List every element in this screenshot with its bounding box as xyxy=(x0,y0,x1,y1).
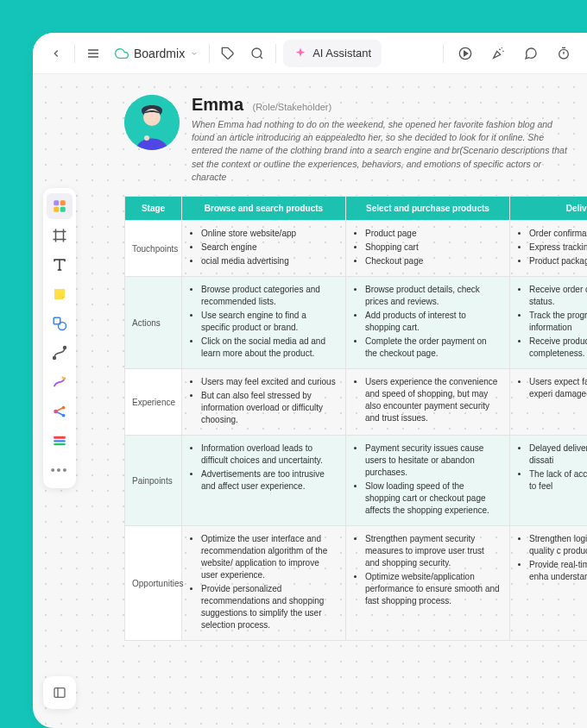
list-item: Shopping cart xyxy=(365,242,501,254)
list-item: Receive product anc completeness. xyxy=(529,336,587,360)
table-row: ActionsBrowse product categories and rec… xyxy=(125,277,588,369)
list-item: Users may feel excited and curious xyxy=(201,376,337,388)
tool-text[interactable] xyxy=(47,252,73,278)
tool-shapes[interactable] xyxy=(47,311,73,336)
tool-pen[interactable] xyxy=(47,369,73,395)
search-button[interactable] xyxy=(243,39,272,68)
svg-rect-33 xyxy=(54,436,66,439)
list-item: Track the progress c tracking informatio… xyxy=(529,310,587,334)
celebrate-button[interactable] xyxy=(483,39,513,68)
list-item: Receive order confir check order status. xyxy=(529,284,587,308)
ai-assistant-button[interactable]: AI Assistant xyxy=(283,40,382,67)
table-cell[interactable]: Strengthen logistics packaging quality c… xyxy=(510,526,588,641)
table-row: PainpointsInformation overload leads to … xyxy=(125,436,588,526)
menu-button[interactable] xyxy=(79,39,108,68)
list-item: Users expect fast an but may also experi… xyxy=(529,376,587,400)
header-browse: Browse and search products xyxy=(182,197,346,221)
document-title-dropdown[interactable]: Boardmix xyxy=(108,39,205,68)
table-cell[interactable]: Online store website/appSearch engineoci… xyxy=(182,221,346,277)
table-cell[interactable]: Browse product categories and recommende… xyxy=(182,277,346,369)
svg-rect-17 xyxy=(60,207,66,212)
ai-assistant-label: AI Assistant xyxy=(312,47,371,60)
comment-button[interactable] xyxy=(516,39,546,68)
svg-rect-34 xyxy=(54,440,66,442)
svg-rect-35 xyxy=(54,443,66,445)
list-item: Optimize website/application performance… xyxy=(365,571,501,607)
row-label: Touchpoints xyxy=(125,221,182,277)
table-row: TouchpointsOnline store website/appSearc… xyxy=(125,221,588,277)
header-delivery: Delivery and xyxy=(510,197,588,221)
list-item: Order confirmation xyxy=(529,228,587,240)
list-item: Strengthen logistics packaging quality c… xyxy=(529,533,587,557)
timer-button[interactable] xyxy=(549,39,578,68)
persona-header: Emma (Role/Stakeholder) When Emma had no… xyxy=(124,95,587,184)
svg-line-5 xyxy=(260,56,262,59)
svg-line-8 xyxy=(499,48,500,49)
chevron-down-icon xyxy=(190,49,199,58)
list-item: Payment security issues cause users to h… xyxy=(365,442,501,479)
header-select: Select and purchase products xyxy=(346,197,510,221)
tool-sticky-note[interactable] xyxy=(47,281,73,307)
topbar: Boardmix AI Assistant xyxy=(33,33,587,74)
document-title-text: Boardmix xyxy=(134,47,185,60)
tool-sidebar: ••• xyxy=(43,188,76,488)
svg-rect-14 xyxy=(54,200,59,205)
list-item: Checkout page xyxy=(365,255,501,267)
list-item: The lack of accurate causes users to fee… xyxy=(529,468,587,493)
row-label: Actions xyxy=(125,277,182,369)
table-cell[interactable]: Delayed delivery or leads to user dissat… xyxy=(510,436,588,526)
table-cell[interactable]: Strengthen payment security measures to … xyxy=(346,526,510,641)
list-item: Use search engine to find a specific pro… xyxy=(201,310,337,334)
list-item: Advertisements are too intrusive and aff… xyxy=(201,468,337,493)
tool-table[interactable] xyxy=(47,428,73,454)
list-item: Slow loading speed of the shopping cart … xyxy=(365,480,501,517)
list-item: Browse product details, check prices and… xyxy=(365,284,501,308)
list-item: Express tracking inf xyxy=(529,242,587,254)
tool-templates[interactable] xyxy=(47,193,73,219)
list-item: Optimize the user interface and recommen… xyxy=(201,533,337,581)
list-item: Online store website/app xyxy=(201,228,337,240)
table-cell[interactable]: Browse product details, check prices and… xyxy=(346,277,510,369)
list-item: Add products of interest to shopping car… xyxy=(365,310,501,334)
table-cell[interactable]: Users may feel excited and curiousBut ca… xyxy=(182,369,346,436)
table-cell[interactable]: Product pageShopping cartCheckout page xyxy=(346,221,510,277)
tool-more[interactable]: ••• xyxy=(47,457,73,483)
back-button[interactable] xyxy=(41,39,71,68)
table-cell[interactable]: Users expect fast an but may also experi… xyxy=(510,369,588,436)
tool-connector[interactable] xyxy=(47,340,73,366)
list-item: Product page xyxy=(365,228,501,240)
journey-map-table: Stage Browse and search products Select … xyxy=(124,196,587,641)
tool-frame[interactable] xyxy=(47,223,73,248)
divider xyxy=(443,44,444,63)
sidebar-collapse-button[interactable] xyxy=(43,676,76,709)
table-cell[interactable]: Users experience the convenience and spe… xyxy=(346,369,510,436)
list-item: Provide personalized recommendations and… xyxy=(201,583,337,631)
persona-avatar xyxy=(124,95,180,150)
table-cell[interactable]: Receive order confir check order status.… xyxy=(510,277,588,369)
tag-button[interactable] xyxy=(213,39,243,68)
present-button[interactable] xyxy=(451,39,480,68)
list-item: Strengthen payment security measures to … xyxy=(365,533,501,569)
list-item: Information overload leads to difficult … xyxy=(201,442,337,467)
svg-point-27 xyxy=(64,347,66,349)
ai-sparkle-icon xyxy=(294,47,307,60)
table-cell[interactable]: Optimize the user interface and recommen… xyxy=(182,526,346,641)
svg-rect-15 xyxy=(60,200,66,205)
table-cell[interactable]: Order confirmationExpress tracking infPr… xyxy=(510,221,588,277)
list-item: Browse product categories and recommende… xyxy=(201,284,337,308)
tool-mindmap[interactable] xyxy=(47,399,73,424)
svg-point-40 xyxy=(144,135,149,141)
table-cell[interactable]: Information overload leads to difficult … xyxy=(182,436,346,526)
row-label: Painpoints xyxy=(125,436,182,526)
svg-rect-16 xyxy=(54,207,59,212)
persona-role: (Role/Stakeholder) xyxy=(252,102,331,112)
table-cell[interactable]: Payment security issues cause users to h… xyxy=(346,436,510,526)
app-window: Boardmix AI Assistant xyxy=(33,33,587,728)
list-item: Provide real-time de information to enha… xyxy=(529,559,587,583)
svg-point-32 xyxy=(62,414,66,417)
canvas[interactable]: ••• Emma (Ro xyxy=(33,74,587,728)
list-item: Complete the order payment on the checko… xyxy=(365,336,501,360)
svg-rect-36 xyxy=(54,688,65,698)
divider xyxy=(74,44,75,63)
persona-description: When Emma had nothing to do on the weeke… xyxy=(192,118,577,184)
